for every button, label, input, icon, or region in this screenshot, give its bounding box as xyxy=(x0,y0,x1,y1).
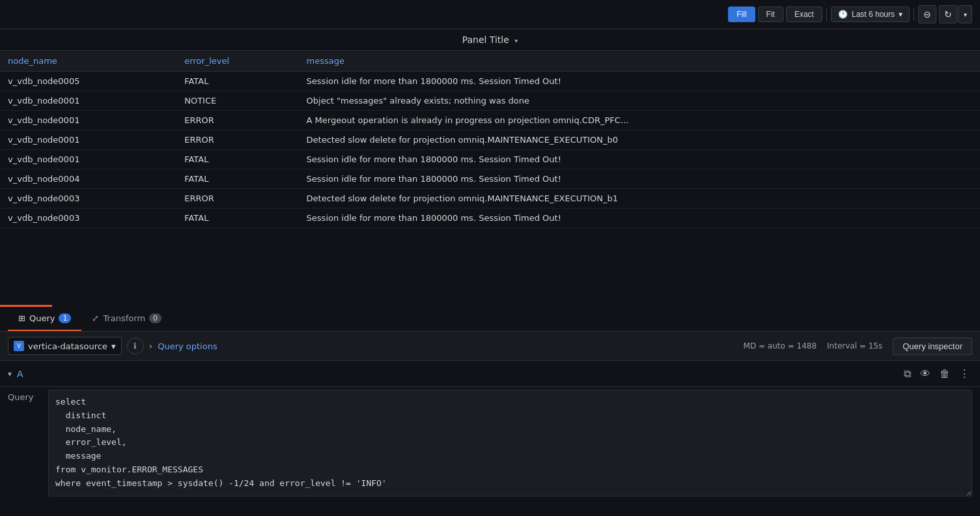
more-icon: ⋮ xyxy=(959,368,970,379)
col-message[interactable]: message xyxy=(299,51,980,72)
query-row-label: Query xyxy=(8,390,40,496)
cell-error_level: ERROR xyxy=(176,111,298,130)
zoom-out-button[interactable]: ⊖ xyxy=(918,5,936,23)
eye-icon: 👁 xyxy=(920,368,931,379)
clock-icon: 🕐 xyxy=(838,10,848,19)
query-actions: ⧉ 👁 🗑 ⋮ xyxy=(901,366,972,381)
cell-error_level: FATAL xyxy=(176,169,298,189)
cell-message: Detected slow delete for projection omni… xyxy=(299,189,980,208)
delete-query-button[interactable]: 🗑 xyxy=(937,367,953,381)
panel-title[interactable]: Panel Title xyxy=(462,35,509,45)
datasource-icon: V xyxy=(14,341,24,351)
cell-message: Session idle for more than 1800000 ms. S… xyxy=(299,169,980,189)
datasource-chevron: ▾ xyxy=(111,341,116,351)
cell-message: Session idle for more than 1800000 ms. S… xyxy=(299,72,980,91)
cell-node_name: v_vdb_node0001 xyxy=(0,91,176,111)
cell-error_level: FATAL xyxy=(176,150,298,169)
query-row: Query select distinct node_name, error_l… xyxy=(0,387,980,499)
table-row[interactable]: v_vdb_node0001ERRORA Mergeout operation … xyxy=(0,111,980,130)
time-range-button[interactable]: 🕐 Last 6 hours ▾ xyxy=(831,7,910,22)
transform-tab-badge: 0 xyxy=(149,313,161,323)
transform-tab-icon: ⤢ xyxy=(92,313,99,323)
refresh-icon: ↻ xyxy=(944,9,952,20)
datasource-select[interactable]: V vertica-datasource ▾ xyxy=(8,337,122,355)
transform-tab-label: Transform xyxy=(103,313,145,323)
query-tab-badge: 1 xyxy=(59,313,71,323)
cell-node_name: v_vdb_node0001 xyxy=(0,130,176,150)
panel-title-bar: Panel Title ▾ xyxy=(0,29,980,51)
cell-node_name: v_vdb_node0001 xyxy=(0,150,176,169)
cell-message: A Mergeout operation is already in progr… xyxy=(299,111,980,130)
cell-message: Session idle for more than 1800000 ms. S… xyxy=(299,150,980,169)
tabs-bar: ⊞ Query 1 ⤢ Transform 0 xyxy=(0,307,980,332)
datasource-name: vertica-datasource xyxy=(28,341,107,351)
query-editor-header: ▾ A ⧉ 👁 🗑 ⋮ xyxy=(0,361,980,387)
hide-query-button[interactable]: 👁 xyxy=(917,367,933,381)
chevron-down-icon: ▾ xyxy=(964,11,967,18)
tab-query[interactable]: ⊞ Query 1 xyxy=(8,307,81,331)
cell-error_level: ERROR xyxy=(176,189,298,208)
time-range-chevron: ▾ xyxy=(899,10,903,19)
query-options-bar: V vertica-datasource ▾ ℹ › Query options… xyxy=(0,332,980,361)
sql-editor[interactable]: select distinct node_name, error_level, … xyxy=(48,390,972,496)
cell-message: Object "messages" already exists; nothin… xyxy=(299,91,980,111)
data-table: node_name error_level message v_vdb_node… xyxy=(0,51,980,228)
info-button[interactable]: ℹ xyxy=(127,337,144,354)
toolbar-divider-2 xyxy=(914,8,914,21)
query-editor-section: ▾ A ⧉ 👁 🗑 ⋮ Query select distinct node_n… xyxy=(0,361,980,499)
md-label: MD = auto = 1488 xyxy=(744,341,817,351)
query-options-link[interactable]: Query options xyxy=(158,341,217,351)
cell-message: Session idle for more than 1800000 ms. S… xyxy=(299,208,980,228)
cell-node_name: v_vdb_node0003 xyxy=(0,189,176,208)
cell-node_name: v_vdb_node0005 xyxy=(0,72,176,91)
table-row[interactable]: v_vdb_node0005FATALSession idle for more… xyxy=(0,72,980,91)
cell-node_name: v_vdb_node0001 xyxy=(0,111,176,130)
col-node-name[interactable]: node_name xyxy=(0,51,176,72)
table-row[interactable]: v_vdb_node0004FATALSession idle for more… xyxy=(0,169,980,189)
fill-button[interactable]: Fill xyxy=(728,7,755,22)
query-tab-icon: ⊞ xyxy=(18,313,25,323)
cell-message: Detected slow delete for projection omni… xyxy=(299,130,980,150)
refresh-button[interactable]: ↻ xyxy=(939,5,957,23)
table-row[interactable]: v_vdb_node0003FATALSession idle for more… xyxy=(0,208,980,228)
collapse-icon[interactable]: ▾ xyxy=(8,369,12,379)
toolbar-divider xyxy=(826,8,827,21)
more-options-button[interactable]: ⋮ xyxy=(957,366,972,381)
data-table-container: node_name error_level message v_vdb_node… xyxy=(0,51,980,305)
cell-error_level: FATAL xyxy=(176,72,298,91)
cell-error_level: ERROR xyxy=(176,130,298,150)
table-row[interactable]: v_vdb_node0001ERRORDetected slow delete … xyxy=(0,130,980,150)
fit-button[interactable]: Fit xyxy=(758,7,783,22)
query-inspector-button[interactable]: Query inspector xyxy=(893,337,972,355)
zoom-icon: ⊖ xyxy=(923,9,931,20)
query-id-label: A xyxy=(17,369,23,379)
exact-button[interactable]: Exact xyxy=(786,7,822,22)
trash-icon: 🗑 xyxy=(940,368,950,379)
cell-error_level: FATAL xyxy=(176,208,298,228)
table-header-row: node_name error_level message xyxy=(0,51,980,72)
table-row[interactable]: v_vdb_node0001FATALSession idle for more… xyxy=(0,150,980,169)
interval-label: Interval = 15s xyxy=(827,341,882,351)
copy-icon: ⧉ xyxy=(904,368,911,379)
cell-error_level: NOTICE xyxy=(176,91,298,111)
cell-node_name: v_vdb_node0004 xyxy=(0,169,176,189)
copy-query-button[interactable]: ⧉ xyxy=(901,367,914,381)
col-error-level[interactable]: error_level xyxy=(176,51,298,72)
cell-node_name: v_vdb_node0003 xyxy=(0,208,176,228)
tab-transform[interactable]: ⤢ Transform 0 xyxy=(81,307,172,331)
info-icon: ℹ xyxy=(133,341,137,351)
table-row[interactable]: v_vdb_node0003ERRORDetected slow delete … xyxy=(0,189,980,208)
query-meta: MD = auto = 1488 Interval = 15s Query in… xyxy=(744,337,972,355)
query-tab-label: Query xyxy=(29,313,55,323)
time-range-label: Last 6 hours xyxy=(852,10,895,19)
panel-title-chevron: ▾ xyxy=(514,37,518,44)
query-options-chevron-right: › xyxy=(149,341,153,351)
table-row[interactable]: v_vdb_node0001NOTICEObject "messages" al… xyxy=(0,91,980,111)
refresh-dropdown-button[interactable]: ▾ xyxy=(958,5,972,23)
top-toolbar: Fill Fit Exact 🕐 Last 6 hours ▾ ⊖ ↻ ▾ xyxy=(0,0,980,29)
